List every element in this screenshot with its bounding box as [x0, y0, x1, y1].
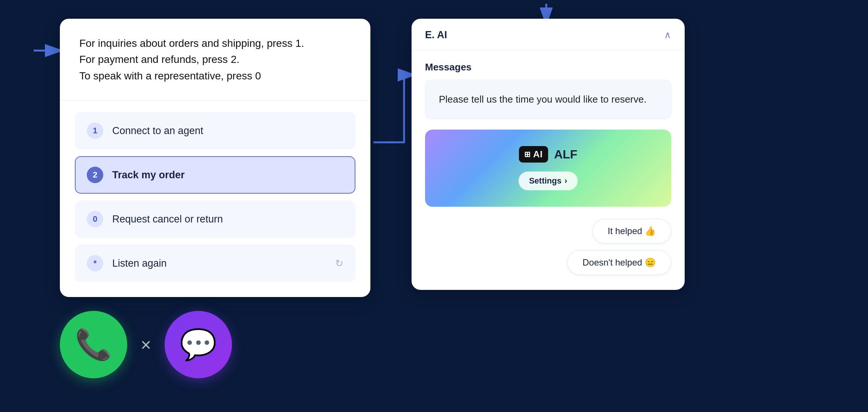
x-divider: ×: [141, 334, 151, 355]
ivr-option-text-2: Track my order: [112, 169, 343, 181]
scene: For inquiries about orders and shipping,…: [0, 0, 868, 412]
alf-title-row: ⊞ AI ALF: [519, 146, 577, 163]
ivr-badge-1: 1: [87, 122, 103, 139]
chat-header-title: E. AI: [425, 29, 447, 41]
alf-settings-button[interactable]: Settings ›: [519, 172, 578, 190]
ivr-option-text-0: Request cancel or return: [112, 213, 343, 225]
settings-label: Settings: [529, 176, 562, 186]
feedback-row: It helped 👍 Doesn't helped 😑: [412, 219, 685, 290]
phone-icon-circle[interactable]: 📞: [60, 311, 127, 378]
ivr-options: 1 Connect to an agent 2 Track my order 0…: [60, 101, 370, 297]
ai-icon: ⊞: [524, 150, 531, 159]
feedback-not-helped-button[interactable]: Doesn't helped 😑: [567, 250, 671, 275]
refresh-icon: ↻: [335, 258, 343, 269]
chat-icon-circle[interactable]: 💬: [165, 311, 232, 378]
ivr-card: For inquiries about orders and shipping,…: [60, 19, 370, 297]
chat-bubble-icon: 💬: [180, 327, 217, 362]
ivr-badge-2: 2: [87, 167, 103, 183]
alf-card: ⊞ AI ALF Settings ›: [425, 130, 671, 207]
chat-message-bubble: Please tell us the time you would like t…: [425, 80, 671, 119]
ivr-option-2[interactable]: 2 Track my order: [75, 156, 355, 194]
ivr-option-1[interactable]: 1 Connect to an agent: [75, 112, 355, 149]
alf-ai-badge: ⊞ AI: [519, 146, 548, 163]
chat-header: E. AI ∧: [412, 19, 685, 50]
ivr-message-line1: For inquiries about orders and shipping,…: [79, 37, 304, 49]
ivr-option-star[interactable]: * Listen again ↻: [75, 245, 355, 282]
chevron-up-icon[interactable]: ∧: [664, 29, 671, 41]
ivr-option-0[interactable]: 0 Request cancel or return: [75, 200, 355, 238]
chat-card: E. AI ∧ Messages Please tell us the time…: [412, 19, 685, 290]
ivr-message-line2: For payment and refunds, press 2.: [79, 54, 239, 65]
ivr-option-text-1: Connect to an agent: [112, 125, 343, 137]
settings-arrow-icon: ›: [565, 176, 567, 186]
phone-icon: 📞: [75, 327, 112, 362]
alf-name: ALF: [554, 148, 577, 161]
messages-label: Messages: [412, 50, 685, 80]
bottom-icons: 📞 × 💬: [60, 311, 232, 378]
ai-badge-text: AI: [533, 149, 543, 160]
feedback-helped-button[interactable]: It helped 👍: [592, 219, 671, 243]
ivr-message-line3: To speak with a representative, press 0: [79, 70, 261, 82]
ivr-top-message: For inquiries about orders and shipping,…: [60, 19, 370, 101]
ivr-badge-star: *: [87, 255, 103, 272]
ivr-badge-0: 0: [87, 211, 103, 227]
ivr-option-text-star: Listen again: [112, 258, 326, 269]
